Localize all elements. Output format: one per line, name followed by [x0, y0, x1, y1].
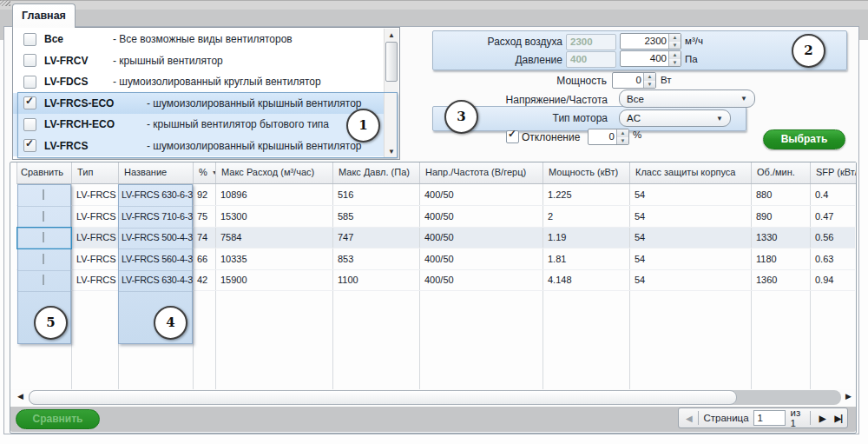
sfp-cell: 0.63: [810, 254, 855, 264]
motor-dropdown[interactable]: AC ▼: [619, 109, 731, 127]
checkbox-checked[interactable]: ✓: [23, 139, 36, 152]
spinner-up-icon[interactable]: ▲: [669, 51, 681, 59]
checkbox[interactable]: [23, 33, 36, 46]
col-header-voltfreq[interactable]: Напр./Частота (В/герц): [420, 162, 543, 183]
list-item-clipped[interactable]: LV-FDSL - шумоизолированный вентилятор: [13, 156, 385, 160]
col-header-pct[interactable]: %▼: [194, 162, 216, 183]
table-row[interactable]: LV-FRCS LV-FRCS 710-6-3 75 15300 585 400…: [16, 206, 855, 228]
maxflow-cell: 15300: [215, 211, 332, 222]
power-unit: Вт: [661, 75, 672, 85]
spinner-down-icon[interactable]: ▼: [669, 42, 681, 50]
next-page-icon[interactable]: ▶: [819, 414, 826, 423]
last-page-icon[interactable]: ▶|: [835, 414, 843, 423]
resize-grip-icon[interactable]: [0, 0, 10, 6]
checkbox-checked[interactable]: ✓: [23, 96, 36, 109]
col-header-power[interactable]: Мощность (кВт): [543, 162, 630, 183]
deviation-input[interactable]: 0 ▲▼: [588, 129, 629, 145]
name-cell: LV-FRCS 710-6-3: [118, 211, 193, 222]
maxpres-cell: 516: [332, 189, 419, 200]
list-item[interactable]: ✓ LV-FRCS - шумоизолированный крышный ве…: [13, 136, 385, 157]
list-item-selected[interactable]: ✓ LV-FRCS-ECO - шумоизолированный крышны…: [13, 93, 385, 115]
compare-button[interactable]: Сравнить: [16, 409, 100, 429]
scroll-left-icon[interactable]: ◀: [17, 392, 23, 401]
prev-page-icon[interactable]: ◀: [686, 414, 693, 423]
ipclass-cell: 54: [629, 254, 751, 264]
sfp-cell: 0.4: [810, 189, 855, 200]
spinner-down-icon[interactable]: ▼: [617, 137, 628, 145]
compare-checkbox[interactable]: [43, 254, 44, 264]
maxpres-cell: 747: [332, 232, 419, 242]
col-header-name[interactable]: Название: [119, 162, 194, 183]
select-button[interactable]: Выбрать: [763, 129, 845, 149]
deviation-unit: %: [633, 129, 641, 140]
list-scrollbar[interactable]: ▲ ▼: [384, 29, 398, 158]
power-value[interactable]: 0: [613, 73, 643, 88]
col-header-rpm[interactable]: Об./мин.: [752, 162, 811, 183]
horizontal-scrollbar[interactable]: ◀ ▶: [10, 389, 856, 407]
col-header-ipclass[interactable]: Класс защиты корпуса: [630, 162, 752, 183]
scroll-down-icon[interactable]: ▼: [385, 148, 398, 156]
list-item[interactable]: Все - Все возможные виды вентиляторов: [13, 29, 385, 50]
deviation-checkbox[interactable]: ✓: [506, 130, 519, 143]
list-item[interactable]: LV-FRCH-ECO - крышный вентилятор бытовог…: [13, 114, 385, 136]
maxpres-cell: 1100: [332, 275, 419, 285]
type-cell: LV-FRCS: [71, 275, 118, 285]
col-header-sfp[interactable]: SFP (кВт/: [811, 162, 856, 183]
table-row[interactable]: LV-FRCS LV-FRCS 630-6-3 92 10896 516 400…: [16, 184, 855, 206]
scroll-up-icon[interactable]: ▲: [385, 31, 398, 39]
name-cell: LV-FRCS 560-4-3: [118, 254, 193, 264]
table-row[interactable]: LV-FRCS LV-FRCS 630-4-3 42 15900 1100 40…: [16, 269, 855, 291]
pct-cell: 92: [193, 189, 215, 200]
sfp-cell: 0.94: [810, 275, 855, 285]
fan-type-desc: - крышный вентилятор бытового типа: [147, 118, 329, 130]
table-row[interactable]: LV-FRCS LV-FRCS 560-4-3 66 10335 853 400…: [16, 249, 855, 270]
table-footer: Сравнить ◀ Страница 1 из 1 ▶ ▶|: [10, 407, 856, 432]
compare-cell: [16, 254, 71, 264]
name-cell: LV-FRCS 630-4-3: [118, 275, 193, 285]
scrollbar-thumb[interactable]: [29, 390, 737, 405]
spinner-up-icon[interactable]: ▲: [617, 129, 628, 137]
power-input[interactable]: 0 ▲▼: [612, 72, 656, 89]
pager-divider: [810, 411, 811, 425]
checkbox[interactable]: [23, 54, 36, 67]
spinner-down-icon[interactable]: ▼: [669, 59, 681, 67]
tab-glavnaya[interactable]: Главная: [12, 3, 76, 28]
checkbox[interactable]: [23, 76, 36, 89]
col-header-compare[interactable]: Сравнить: [17, 162, 72, 183]
chevron-down-icon: ▼: [740, 95, 747, 103]
page-count-label: из 1: [791, 408, 805, 428]
pct-cell: 75: [193, 211, 215, 222]
pct-cell: 74: [193, 232, 215, 242]
scrollbar-track[interactable]: [29, 390, 841, 405]
airflow-label: Расход воздуха: [432, 35, 562, 49]
fan-type-list: Все - Все возможные виды вентиляторов LV…: [12, 27, 400, 160]
scroll-right-icon[interactable]: ▶: [845, 392, 852, 401]
spinner-up-icon[interactable]: ▲: [669, 34, 681, 42]
pressure-value[interactable]: 400: [621, 51, 668, 66]
check-icon: ✓: [25, 95, 34, 107]
spinner-down-icon[interactable]: ▼: [644, 81, 655, 89]
callout-3: 3: [444, 100, 478, 134]
table-row-focused[interactable]: LV-FRCS LV-FRCS 500-4-3 74 7584 747 400/…: [16, 227, 855, 249]
airflow-value[interactable]: 2300: [621, 34, 668, 49]
compare-checkbox[interactable]: [43, 275, 44, 285]
page-number-input[interactable]: 1: [753, 410, 786, 426]
col-header-type[interactable]: Тип: [72, 162, 119, 183]
airflow-input[interactable]: 2300 ▲▼: [620, 33, 681, 50]
type-cell: LV-FRCS: [71, 189, 118, 200]
deviation-value[interactable]: 0: [589, 129, 616, 144]
voltage-dropdown[interactable]: Все ▼: [619, 89, 755, 108]
scrollbar-thumb[interactable]: [385, 42, 398, 82]
col-header-maxflow[interactable]: Макс Расход (м³/час): [216, 162, 333, 183]
list-item[interactable]: LV-FDCS - шумоизолированный круглый вент…: [13, 71, 385, 93]
list-item[interactable]: LV-FRCV - крышный вентилятор: [13, 50, 385, 72]
fan-type-desc: - крышный вентилятор: [113, 55, 223, 67]
checkbox[interactable]: [23, 118, 36, 131]
spinner-up-icon[interactable]: ▲: [644, 73, 655, 81]
compare-checkbox[interactable]: [43, 211, 44, 222]
ipclass-cell: 54: [629, 211, 751, 222]
pressure-input[interactable]: 400 ▲▼: [620, 50, 681, 67]
col-header-maxpres[interactable]: Макс Давл. (Па): [333, 162, 420, 183]
compare-cell: [16, 189, 71, 200]
compare-checkbox[interactable]: [43, 189, 44, 200]
